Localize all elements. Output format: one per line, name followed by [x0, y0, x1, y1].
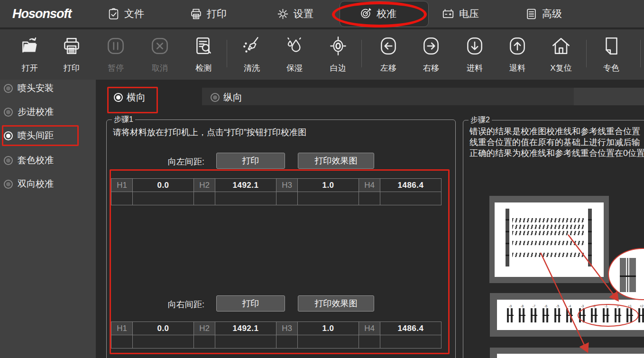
print-effect-right-button[interactable]: 打印效果图	[298, 295, 374, 312]
table-value-cell[interactable]: 1492.1	[215, 178, 276, 192]
table-empty-cell[interactable]	[132, 192, 194, 205]
arrow-down-icon	[464, 35, 486, 59]
table-value-cell[interactable]: 1486.4	[380, 321, 442, 335]
toolbar-label: 左移	[380, 63, 396, 73]
print-effect-left-button[interactable]: 打印效果图	[298, 153, 374, 169]
ruler-mark: -8	[518, 304, 526, 322]
table-empty-cell[interactable]	[215, 335, 276, 349]
radio-icon	[4, 84, 13, 93]
table-header-cell: H3	[276, 321, 298, 335]
table-empty-cell[interactable]	[297, 335, 359, 349]
menu-item-settings[interactable]: 设置	[276, 0, 313, 28]
calibration-dash-row	[512, 241, 584, 245]
toolbar-button-open[interactable]: 打开	[11, 35, 48, 73]
table-empty-cell[interactable]	[215, 192, 276, 205]
sidebar-item-nozzle-spacing[interactable]: 喷头间距	[4, 126, 54, 145]
table-empty-cell[interactable]	[193, 335, 215, 349]
toolbar-button-detect[interactable]: 检测	[185, 35, 222, 73]
sidebar-item-color-registration[interactable]: 套色校准	[4, 151, 54, 170]
table-empty-cell[interactable]	[276, 335, 298, 349]
calibration-right-bar	[588, 209, 592, 266]
printer-icon	[61, 35, 83, 59]
table-empty-cell[interactable]	[380, 335, 442, 349]
toolbar-separator	[586, 40, 587, 67]
spot-color-page-icon	[600, 35, 622, 59]
ruler-bars	[507, 308, 514, 322]
toolbar-label: 暂停	[108, 63, 124, 73]
table-value-cell[interactable]: 0.0	[132, 321, 194, 335]
table-empty-cell[interactable]	[359, 192, 380, 205]
toolbar-button-clean[interactable]: 清洗	[233, 35, 270, 73]
ruler-strip-2	[490, 348, 644, 358]
menu-item-label: 文件	[124, 7, 144, 20]
sidebar-item-nozzle-install[interactable]: 喷头安装	[4, 79, 54, 98]
sidebar-item-bidirectional[interactable]: 双向校准	[4, 174, 54, 193]
table-empty-cell[interactable]	[111, 192, 133, 205]
table-empty-cell[interactable]	[359, 335, 380, 349]
menu-item-calibration[interactable]: 校准	[359, 0, 396, 28]
table-empty-cell[interactable]	[276, 192, 298, 205]
app-window: Hosonsoft 文件 打印 设置 校准 电压 高级	[0, 0, 644, 358]
toolbar-button-print[interactable]: 打印	[53, 35, 90, 73]
toolbar-button-cancel: 取消	[141, 35, 178, 73]
menu-item-print[interactable]: 打印	[190, 0, 227, 28]
table-empty-cell[interactable]	[193, 192, 215, 205]
target-icon	[359, 7, 372, 20]
arrow-right-icon	[420, 35, 442, 59]
toolbar-button-move-left[interactable]: 左移	[370, 35, 407, 73]
print-right-button[interactable]: 打印	[216, 295, 285, 312]
toolbar-label: 取消	[152, 63, 168, 73]
ruler-strip: -9 -8 -7 -6 -5 -4 -3 -2 -1 0 +1 +2	[490, 293, 644, 337]
ruler-bars	[543, 308, 549, 322]
tab-vertical[interactable]: 纵向	[211, 90, 242, 104]
toolbar-button-white-edge[interactable]: 白边	[320, 35, 357, 73]
toolbar-button-x-reset[interactable]: X复位	[543, 35, 580, 73]
table-value-cell[interactable]: 0.0	[132, 178, 194, 192]
menu-bar: Hosonsoft 文件 打印 设置 校准 电压 高级	[0, 0, 644, 28]
table-value-cell[interactable]: 1.0	[297, 321, 359, 335]
menu-item-voltage[interactable]: 电压	[442, 0, 479, 28]
left-spacing-table: H1 0.0 H2 1492.1 H3 1.0 H4 1486.4	[111, 178, 441, 205]
ruler-bars	[626, 308, 633, 322]
calibration-figure-canvas	[495, 202, 604, 277]
ruler-mark: -6	[542, 304, 550, 322]
tab-horizontal[interactable]: 横向	[114, 90, 146, 104]
ruler-mark: -5	[554, 304, 561, 322]
calibration-dash-row	[512, 225, 584, 229]
toolbar-button-moisturize[interactable]: 保湿	[276, 35, 313, 73]
table-value-cell[interactable]: 1486.4	[380, 178, 442, 192]
table-empty-cell[interactable]	[297, 192, 359, 205]
ruler-bars	[638, 308, 644, 322]
gear-icon	[276, 8, 289, 20]
table-empty-cell[interactable]	[380, 192, 442, 205]
ruler-bars	[579, 308, 586, 322]
radio-icon	[211, 93, 220, 102]
toolbar-button-move-right[interactable]: 右移	[413, 35, 450, 73]
step1-panel: 步骤1 请将材料放在打印机上，点击“打印”按钮打印校准图 向左间距: 打印 打印…	[106, 119, 456, 358]
calibration-dash-row	[512, 253, 584, 257]
sidebar-item-label: 套色校准	[18, 154, 54, 166]
menu-item-label: 电压	[459, 7, 479, 20]
sidebar-item-step-calibration[interactable]: 步进校准	[4, 102, 54, 121]
table-header-cell: H2	[193, 178, 215, 192]
menu-item-file[interactable]: 文件	[107, 0, 144, 28]
table-value-cell[interactable]: 1.0	[297, 178, 359, 192]
arrow-up-icon	[506, 35, 528, 59]
left-spacing-label: 向左间距:	[152, 156, 204, 167]
table-header-cell: H1	[111, 321, 133, 335]
menu-item-advanced[interactable]: 高级	[525, 0, 562, 28]
toolbar-label: 清洗	[244, 63, 260, 73]
ruler-number: -2	[593, 304, 596, 308]
toolbar-button-feed[interactable]: 进料	[456, 35, 493, 73]
ruler-strip-canvas: -9 -8 -7 -6 -5 -4 -3 -2 -1 0 +1 +2	[497, 300, 644, 330]
table-empty-cell[interactable]	[111, 335, 133, 349]
toolbar-button-spot-color[interactable]: 专色	[593, 35, 630, 73]
table-empty-cell[interactable]	[132, 335, 194, 349]
ruler-bars	[519, 308, 525, 322]
toolbar-button-withdraw[interactable]: 退料	[499, 35, 536, 73]
table-header-cell: H2	[193, 321, 215, 335]
table-value-cell[interactable]: 1492.1	[215, 321, 276, 335]
print-left-button[interactable]: 打印	[216, 153, 285, 169]
ruler-number: -1	[605, 304, 607, 308]
table-header-cell: H1	[111, 178, 133, 192]
